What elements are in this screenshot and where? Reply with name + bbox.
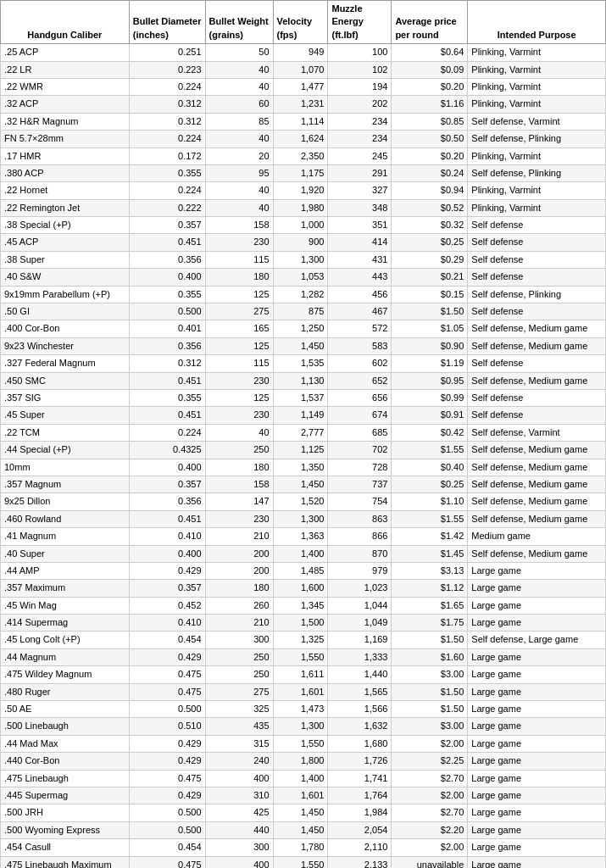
table-cell: 875 — [273, 303, 328, 320]
caliber-table: Handgun Caliber Bullet Diameter(inches) … — [0, 0, 606, 868]
table-cell: 0.429 — [129, 648, 205, 665]
table-cell: .50 AE — [1, 701, 130, 718]
table-cell: 1,175 — [273, 164, 328, 181]
table-row: .475 Linebaugh Maximum0.4754001,5502,133… — [1, 856, 606, 868]
table-cell: .500 JRH — [1, 804, 130, 821]
table-cell: .22 TCM — [1, 424, 130, 441]
table-cell: 0.500 — [129, 303, 205, 320]
table-cell: 291 — [328, 164, 392, 181]
table-cell: 1,300 — [273, 718, 328, 735]
table-cell: .45 Long Colt (+P) — [1, 632, 130, 648]
table-row: .45 ACP0.451230900414$0.25Self defense — [1, 234, 606, 251]
table-cell: .450 SMC — [1, 372, 130, 389]
header-purpose: Intended Purpose — [468, 1, 606, 44]
table-cell: 9x25 Dillon — [1, 493, 130, 510]
table-cell: 0.429 — [129, 787, 205, 804]
table-row: .44 AMP0.4292001,485979$3.13Large game — [1, 562, 606, 579]
table-cell: 1,125 — [273, 442, 328, 459]
table-cell: 180 — [205, 580, 273, 597]
table-cell: Large game — [468, 787, 606, 804]
table-cell: $0.25 — [392, 234, 468, 251]
table-cell: .500 Wyoming Express — [1, 821, 130, 838]
table-cell: 260 — [205, 597, 273, 614]
table-cell: 0.224 — [129, 182, 205, 199]
table-cell: 194 — [328, 78, 392, 95]
table-cell: Large game — [468, 804, 606, 821]
table-cell: $1.16 — [392, 96, 468, 113]
table-cell: 1,282 — [273, 286, 328, 303]
table-cell: $2.20 — [392, 821, 468, 838]
table-cell: 0.400 — [129, 269, 205, 286]
table-cell: Self defense, Varmint — [468, 113, 606, 130]
table-cell: 583 — [328, 337, 392, 354]
table-cell: .45 ACP — [1, 234, 130, 251]
table-cell: Self defense, Medium game — [468, 372, 606, 389]
table-cell: 1,485 — [273, 562, 328, 579]
table-row: .38 Special (+P)0.3571581,000351$0.32Sel… — [1, 217, 606, 234]
table-cell: 0.451 — [129, 510, 205, 527]
table-cell: .44 Special (+P) — [1, 442, 130, 459]
table-cell: 1,450 — [273, 337, 328, 354]
table-cell: $1.19 — [392, 355, 468, 372]
table-row: .440 Cor-Bon0.4292401,8001,726$2.25Large… — [1, 753, 606, 770]
table-cell: Self defense, Varmint — [468, 424, 606, 441]
table-cell: .32 ACP — [1, 96, 130, 113]
table-cell: $0.64 — [392, 44, 468, 61]
table-cell: Self defense — [468, 303, 606, 320]
table-cell: Large game — [468, 701, 606, 718]
table-cell: 0.355 — [129, 286, 205, 303]
table-cell: 1,550 — [273, 856, 328, 868]
header-weight: Bullet Weight(grains) — [205, 1, 273, 44]
table-cell: $2.70 — [392, 804, 468, 821]
table-cell: 0.224 — [129, 78, 205, 95]
header-price: Average priceper round — [392, 1, 468, 44]
table-cell: .22 Hornet — [1, 182, 130, 199]
table-cell: 728 — [328, 459, 392, 476]
table-cell: 1,565 — [328, 683, 392, 700]
table-cell: 50 — [205, 44, 273, 61]
table-row: .32 ACP0.312601,231202$1.16Plinking, Var… — [1, 96, 606, 113]
table-cell: 1,535 — [273, 355, 328, 372]
table-cell: 652 — [328, 372, 392, 389]
table-cell: 1,520 — [273, 493, 328, 510]
table-cell: .480 Ruger — [1, 683, 130, 700]
table-cell: 0.454 — [129, 839, 205, 856]
table-cell: 180 — [205, 459, 273, 476]
table-cell: 1,473 — [273, 701, 328, 718]
table-cell: 1,363 — [273, 528, 328, 545]
table-cell: $0.99 — [392, 389, 468, 406]
table-cell: 456 — [328, 286, 392, 303]
table-cell: 250 — [205, 442, 273, 459]
table-cell: 1,537 — [273, 389, 328, 406]
table-cell: 230 — [205, 234, 273, 251]
table-cell: $1.50 — [392, 632, 468, 648]
table-cell: Plinking, Varmint — [468, 96, 606, 113]
table-cell: Self defense, Medium game — [468, 493, 606, 510]
table-cell: .22 LR — [1, 61, 130, 78]
table-cell: 0.356 — [129, 493, 205, 510]
table-cell: $1.45 — [392, 545, 468, 562]
table-cell: FN 5.7×28mm — [1, 131, 130, 147]
table-cell: Plinking, Varmint — [468, 78, 606, 95]
table-cell: $3.13 — [392, 562, 468, 579]
table-cell: 115 — [205, 251, 273, 268]
table-cell: 230 — [205, 510, 273, 527]
table-cell: 1,600 — [273, 580, 328, 597]
table-cell: 0.429 — [129, 735, 205, 752]
table-cell: 125 — [205, 389, 273, 406]
table-cell: .357 Maximum — [1, 580, 130, 597]
table-row: .44 Magnum0.4292501,5501,333$1.60Large g… — [1, 648, 606, 665]
table-cell: 1,601 — [273, 683, 328, 700]
table-cell: $2.70 — [392, 770, 468, 787]
table-cell: 0.452 — [129, 597, 205, 614]
table-cell: Self defense — [468, 269, 606, 286]
table-cell: 1,169 — [328, 632, 392, 648]
table-cell: 1,114 — [273, 113, 328, 130]
table-row: 10mm0.4001801,350728$0.40Self defense, M… — [1, 459, 606, 476]
table-cell: Medium game — [468, 528, 606, 545]
table-cell: 1,550 — [273, 735, 328, 752]
table-cell: 95 — [205, 164, 273, 181]
table-cell: .22 Remington Jet — [1, 199, 130, 216]
table-cell: 1,500 — [273, 615, 328, 632]
table-cell: 9x19mm Parabellum (+P) — [1, 286, 130, 303]
